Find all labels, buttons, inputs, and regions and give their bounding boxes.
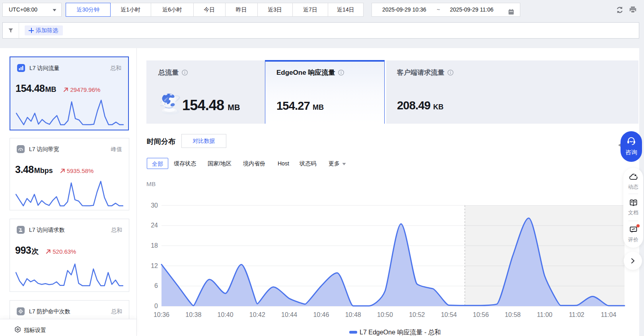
svg-text:11:00: 11:00 <box>537 311 553 318</box>
svg-text:L7 EdgeOne 响应流量 - 总和: L7 EdgeOne 响应流量 - 总和 <box>360 329 441 336</box>
svg-text:10:48: 10:48 <box>345 311 361 318</box>
svg-text:12: 12 <box>151 262 158 269</box>
svg-text:6: 6 <box>154 282 158 289</box>
svg-text:11:04: 11:04 <box>601 311 616 318</box>
svg-text:0: 0 <box>154 303 158 309</box>
svg-text:18: 18 <box>151 242 158 249</box>
svg-text:10:42: 10:42 <box>249 311 265 318</box>
svg-text:10:40: 10:40 <box>218 311 233 318</box>
svg-text:10:50: 10:50 <box>377 311 393 318</box>
svg-text:24: 24 <box>151 222 158 229</box>
svg-text:10:46: 10:46 <box>313 311 329 318</box>
svg-text:10:44: 10:44 <box>281 311 297 318</box>
svg-text:MB: MB <box>146 181 156 187</box>
svg-text:10:52: 10:52 <box>409 311 425 318</box>
svg-text:30: 30 <box>151 202 158 209</box>
svg-text:10:56: 10:56 <box>473 311 489 318</box>
svg-text:11:02: 11:02 <box>569 311 584 318</box>
svg-text:10:58: 10:58 <box>505 311 521 318</box>
svg-text:10:54: 10:54 <box>441 311 457 318</box>
svg-text:10:38: 10:38 <box>185 311 201 318</box>
svg-text:10:36: 10:36 <box>154 311 169 318</box>
